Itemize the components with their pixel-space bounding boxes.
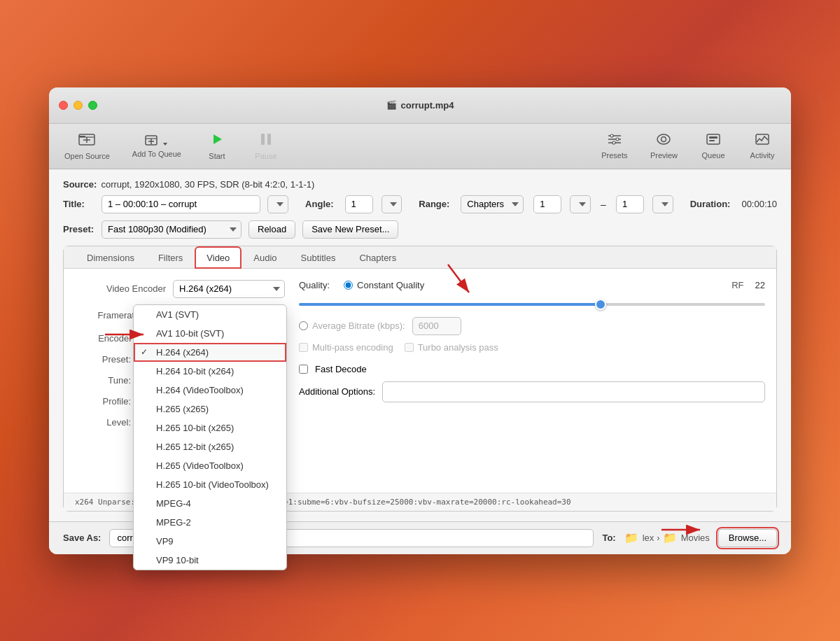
dropdown-item-mpeg2[interactable]: MPEG-2 [134, 513, 286, 532]
multipass-checkbox[interactable] [299, 343, 308, 352]
dropdown-item-vp9[interactable]: VP9 [134, 532, 286, 551]
additional-options-row: Additional Options: [299, 381, 765, 402]
tab-audio[interactable]: Audio [241, 246, 288, 269]
add-to-queue-icon [145, 134, 169, 148]
close-button[interactable] [59, 101, 68, 110]
dropdown-item-h265-10bit-vt[interactable]: H.265 10-bit (VideoToolbox) [134, 475, 286, 494]
range-end-input[interactable] [616, 195, 644, 213]
dropdown-item-h264-vt[interactable]: H.264 (VideoToolbox) [134, 381, 286, 400]
pause-icon [260, 132, 272, 150]
svg-point-18 [662, 136, 666, 141]
dropdown-item-h265[interactable]: H.265 (x265) [134, 400, 286, 418]
preset-row: Preset: Fast 1080p30 (Modified) Reload S… [63, 220, 777, 239]
multipass-label: Multi-pass encoding [299, 342, 393, 353]
avg-bitrate-row: Average Bitrate (kbps): [299, 317, 765, 335]
range-start-input[interactable] [533, 195, 561, 213]
constant-quality-radio-label[interactable]: Constant Quality [344, 280, 424, 290]
avg-bitrate-radio-label[interactable]: Average Bitrate (kbps): [299, 320, 405, 331]
open-source-button[interactable]: Open Source [60, 129, 114, 163]
dropdown-item-h265-vt[interactable]: H.265 (VideoToolbox) [134, 456, 286, 475]
title-row: Title: Angle: Range: Chapters – Duration… [63, 195, 777, 213]
range-separator: – [598, 199, 609, 210]
fullscreen-button[interactable] [88, 101, 97, 110]
main-window: 🎬 corrupt.mp4 Open Source [49, 87, 791, 554]
dropdown-item-label: VP9 [156, 536, 174, 547]
queue-button[interactable]: Queue [696, 130, 731, 162]
dropdown-item-av1-10bit-svt[interactable]: AV1 10-bit (SVT) [134, 324, 286, 343]
rf-value: 22 [755, 280, 765, 290]
avg-bitrate-radio[interactable] [299, 321, 308, 330]
video-encoder-select[interactable]: H.264 (x264) [173, 280, 285, 298]
preview-button[interactable]: Preview [646, 130, 682, 162]
dropdown-item-vp9-10bit[interactable]: VP9 10-bit [134, 551, 286, 570]
title-input[interactable] [102, 195, 260, 213]
tab-filters[interactable]: Filters [146, 246, 195, 269]
tab-subtitles[interactable]: Subtitles [289, 246, 348, 269]
source-value: corrupt, 1920x1080, 30 FPS, SDR (8-bit 4… [101, 179, 314, 190]
dropdown-item-h264-10bit[interactable]: H.264 10-bit (x264) [134, 362, 286, 381]
angle-select[interactable] [382, 195, 402, 213]
dropdown-item-h264-x264[interactable]: ✓ H.264 (x264) [134, 343, 286, 362]
start-button[interactable]: Start [200, 129, 234, 163]
range-end-select[interactable] [652, 195, 673, 213]
dropdown-item-label: H.265 12-bit (x265) [156, 442, 234, 452]
enc-profile-label: Profile: [75, 396, 131, 407]
duration-label: Duration: [690, 199, 731, 209]
svg-point-14 [610, 134, 613, 137]
dropdown-item-label: MPEG-4 [156, 498, 191, 509]
angle-input[interactable] [345, 195, 373, 213]
additional-options-input[interactable] [382, 381, 765, 402]
toolbar-right: Presets Preview [597, 130, 780, 162]
path-folder2: Movies [681, 533, 710, 543]
presets-icon [607, 133, 622, 149]
add-to-queue-button[interactable]: Add To Queue [128, 131, 186, 161]
fast-decode-row: Fast Decode [299, 364, 765, 374]
traffic-lights [59, 101, 97, 110]
minimize-button[interactable] [74, 101, 83, 110]
path-folder1: lex [643, 533, 654, 543]
title-label: Title: [63, 199, 94, 209]
constant-quality-text: Constant Quality [357, 280, 424, 290]
path-display: 📁 lex › 📁 Movies [624, 531, 710, 544]
tab-dimensions[interactable]: Dimensions [75, 246, 146, 269]
quality-slider[interactable] [299, 303, 765, 306]
save-as-label: Save As: [63, 533, 101, 543]
enc-tune-label: Tune: [75, 375, 131, 386]
video-encoder-label: Video Encoder [75, 283, 166, 294]
toolbar-left: Open Source Add To Queue [60, 129, 284, 163]
preview-label: Preview [650, 151, 678, 160]
tab-chapters[interactable]: Chapters [347, 246, 408, 269]
dropdown-item-label: H.264 (x264) [156, 347, 209, 358]
dropdown-item-mpeg4[interactable]: MPEG-4 [134, 494, 286, 513]
rf-label: RF [732, 280, 743, 290]
presets-button[interactable]: Presets [597, 130, 632, 162]
start-icon [210, 132, 224, 150]
dropdown-item-label: H.264 10-bit (x264) [156, 366, 234, 376]
avg-bitrate-text: Average Bitrate (kbps): [312, 320, 405, 331]
title-select[interactable] [267, 195, 288, 213]
svg-rect-20 [709, 136, 718, 139]
browse-button[interactable]: Browse... [718, 529, 777, 547]
turbo-checkbox[interactable] [405, 343, 414, 352]
preview-icon [656, 133, 671, 149]
activity-button[interactable]: Activity [745, 130, 780, 162]
tabs-bar: Dimensions Filters Video Audio Subtitles… [64, 246, 776, 269]
dropdown-item-label: MPEG-2 [156, 517, 191, 528]
dropdown-item-label: H.265 10-bit (x265) [156, 423, 234, 433]
range-start-select[interactable] [570, 195, 591, 213]
fast-decode-checkbox[interactable] [299, 365, 308, 374]
dropdown-item-h265-12bit[interactable]: H.265 12-bit (x265) [134, 437, 286, 456]
constant-quality-radio[interactable] [344, 281, 353, 290]
save-new-preset-button[interactable]: Save New Preset... [302, 220, 398, 239]
reload-button[interactable]: Reload [248, 220, 295, 239]
dropdown-item-av1-svt[interactable]: AV1 (SVT) [134, 305, 286, 324]
checkmark-icon: ✓ [141, 347, 148, 357]
pause-button[interactable]: Pause [248, 129, 284, 163]
dropdown-item-h265-10bit[interactable]: H.265 10-bit (x265) [134, 418, 286, 437]
open-source-icon [78, 132, 95, 150]
tab-video[interactable]: Video [195, 246, 241, 269]
preset-select[interactable]: Fast 1080p30 (Modified) [102, 220, 241, 239]
title-icon: 🎬 [386, 100, 397, 110]
avg-bitrate-input[interactable] [412, 317, 461, 335]
range-type-select[interactable]: Chapters [461, 195, 524, 213]
